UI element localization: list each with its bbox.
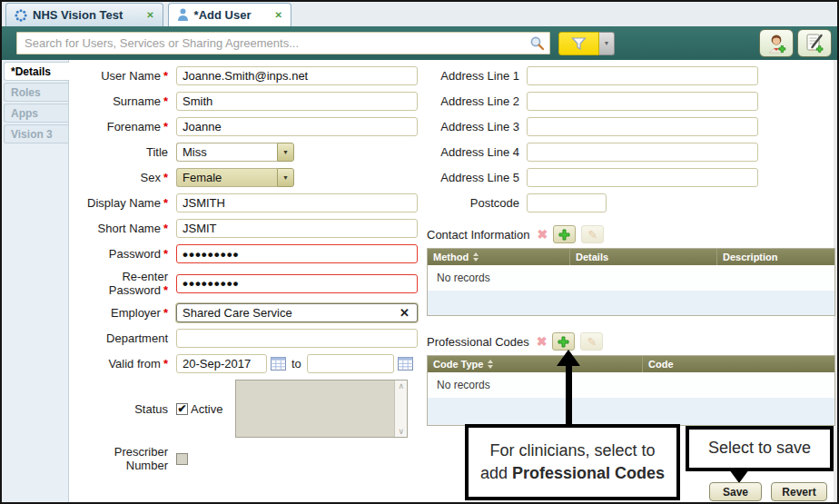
- delete-icon[interactable]: ✖: [537, 227, 548, 242]
- prescriber-number-label: Prescriber Number: [114, 445, 168, 472]
- sidebar-item-roles[interactable]: Roles: [4, 83, 68, 102]
- table-empty-row: No records: [428, 372, 834, 398]
- employer-input[interactable]: [176, 303, 418, 322]
- calendar-icon[interactable]: [398, 357, 413, 371]
- add-contact-button[interactable]: [553, 225, 576, 243]
- postcode-input[interactable]: [527, 193, 607, 212]
- column-details[interactable]: Details: [570, 249, 717, 265]
- sidebar-item-vision3[interactable]: Vision 3: [4, 124, 68, 143]
- table-header: Method Details Description: [428, 249, 834, 265]
- form-row: Address Line 4: [418, 143, 837, 162]
- sidebar-item-apps[interactable]: Apps: [4, 104, 68, 123]
- table-row: [428, 291, 834, 315]
- search-toolbar: ▼: [2, 26, 837, 60]
- required-marker: *: [163, 357, 168, 371]
- status-notes-textarea[interactable]: ∧ ∨: [235, 380, 408, 438]
- column-description[interactable]: Description: [717, 249, 834, 265]
- scroll-down-icon[interactable]: ∨: [399, 427, 405, 436]
- add-professional-code-button[interactable]: [552, 332, 575, 351]
- chevron-down-icon[interactable]: ▼: [277, 168, 294, 187]
- surname-input[interactable]: [176, 92, 418, 111]
- tab-add-user[interactable]: *Add User ✕: [168, 3, 291, 26]
- address-line1-input[interactable]: [527, 66, 758, 85]
- sidebar-item-details[interactable]: *Details: [4, 62, 70, 81]
- valid-from-label: Valid from: [108, 357, 161, 371]
- save-button[interactable]: Save: [709, 482, 762, 501]
- form-row: Address Line 2: [418, 92, 837, 111]
- add-agreement-button[interactable]: [797, 29, 832, 57]
- address-and-codes-panel: Address Line 1 Address Line 2 Address Li…: [418, 66, 837, 426]
- annotation-text: For clinicians, select to: [489, 440, 655, 462]
- form-row: Prescriber Number: [80, 445, 418, 472]
- form-row: Display Name*: [80, 193, 418, 212]
- filter-button[interactable]: [558, 32, 599, 55]
- close-icon[interactable]: ✕: [274, 10, 281, 20]
- edit-contact-button[interactable]: ✎: [581, 225, 604, 243]
- close-icon[interactable]: ✕: [146, 10, 153, 20]
- short-name-input[interactable]: [176, 219, 418, 238]
- plus-icon: [558, 336, 569, 348]
- column-method[interactable]: Method: [428, 249, 570, 265]
- add-user-button[interactable]: [759, 29, 794, 57]
- revert-button[interactable]: Revert: [771, 482, 827, 501]
- tab-bar: NHS Vision Test ✕ *Add User ✕: [2, 2, 837, 26]
- scroll-up-icon[interactable]: ∧: [399, 381, 405, 390]
- tab-nhs-vision-test[interactable]: NHS Vision Test ✕: [5, 3, 163, 26]
- active-checkbox-label: Active: [191, 402, 222, 416]
- column-code[interactable]: Code: [643, 356, 834, 372]
- prescriber-number-checkbox[interactable]: [176, 453, 188, 465]
- search-input[interactable]: [16, 32, 550, 54]
- required-marker: *: [163, 69, 168, 83]
- column-code-type[interactable]: Code Type: [428, 356, 643, 372]
- title-select[interactable]: Miss ▼: [176, 143, 294, 162]
- search-icon[interactable]: [529, 35, 545, 51]
- chevron-down-icon[interactable]: ▼: [277, 143, 294, 162]
- form-row: Employer* ✕: [80, 303, 418, 322]
- user-name-label: User Name: [101, 69, 161, 83]
- address-line3-label: Address Line 3: [440, 120, 519, 133]
- to-label: to: [291, 357, 301, 371]
- reenter-password-input[interactable]: [176, 274, 418, 293]
- user-icon: [177, 8, 189, 22]
- add-notes-icon: [804, 33, 825, 54]
- table-row: [428, 398, 834, 425]
- short-name-label: Short Name: [98, 222, 161, 235]
- address-line3-input[interactable]: [527, 117, 758, 136]
- required-marker: *: [163, 222, 168, 235]
- annotation-text: add Professional Codes: [480, 462, 665, 485]
- delete-icon[interactable]: ✖: [537, 334, 548, 349]
- display-name-label: Display Name: [87, 196, 161, 210]
- edit-professional-code-button[interactable]: ✎: [580, 332, 603, 351]
- filter-dropdown-button[interactable]: ▼: [599, 32, 615, 55]
- calendar-icon[interactable]: [271, 357, 286, 371]
- password-input[interactable]: [176, 244, 418, 263]
- display-name-input[interactable]: [176, 193, 418, 212]
- required-marker: *: [163, 306, 168, 320]
- address-line5-input[interactable]: [527, 168, 758, 187]
- valid-from-input[interactable]: [176, 354, 267, 373]
- form-row: Short Name*: [80, 219, 418, 238]
- form-row: Address Line 3: [418, 117, 837, 136]
- department-input[interactable]: [176, 329, 418, 348]
- surname-label: Surname: [113, 94, 161, 108]
- textarea-scrollbar[interactable]: ∧ ∨: [394, 380, 407, 437]
- form-row: Sex* Female ▼: [80, 168, 418, 187]
- clear-icon[interactable]: ✕: [400, 306, 410, 320]
- valid-to-input[interactable]: [307, 354, 394, 373]
- address-line2-input[interactable]: [527, 92, 758, 111]
- sidebar: *Details Roles Apps Vision 3: [2, 60, 69, 502]
- annotation-box-professional-codes: For clinicians, select to add Profession…: [465, 424, 680, 500]
- active-checkbox[interactable]: ✔: [176, 403, 188, 415]
- forename-input[interactable]: [176, 117, 418, 136]
- contact-information-table: Method Details Description No records: [427, 248, 835, 316]
- address-line4-input[interactable]: [527, 143, 758, 162]
- professional-codes-title: Professional Codes: [427, 335, 529, 349]
- reenter-password-label: Re-enter Password: [109, 270, 168, 297]
- sex-select[interactable]: Female ▼: [176, 168, 294, 187]
- user-name-input[interactable]: [176, 66, 418, 85]
- form-row: Forename*: [80, 117, 418, 136]
- add-user-window: NHS Vision Test ✕ *Add User ✕ ▼: [0, 0, 839, 504]
- status-label: Status: [134, 402, 168, 416]
- annotation-arrow-head: [557, 350, 580, 366]
- plus-icon: [558, 229, 570, 241]
